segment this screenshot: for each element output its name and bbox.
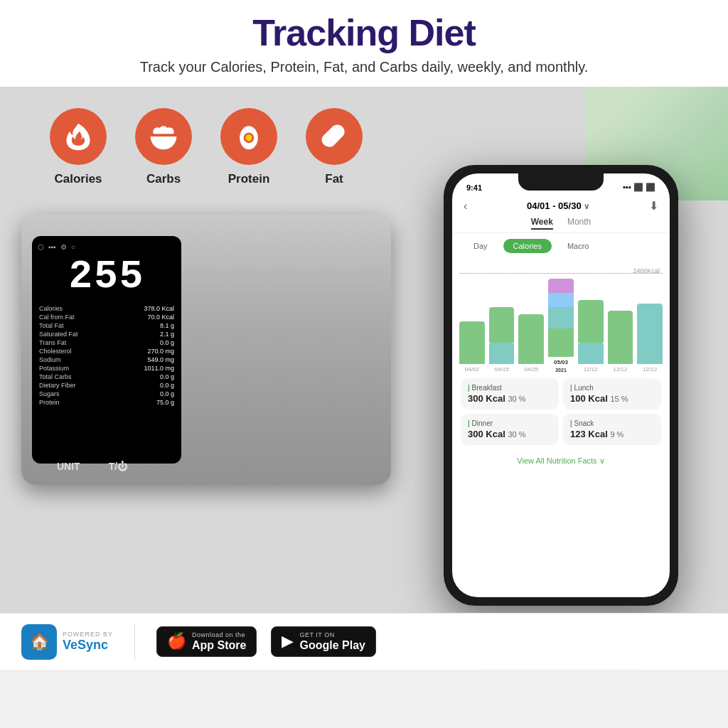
nutrition-row: Total Fat8.1 g: [39, 322, 174, 329]
nutrition-row: Sugars0.0 g: [39, 390, 174, 397]
google-play-text: GET IT ON Google Play: [299, 631, 365, 652]
nutrition-value: 549.0 mg: [118, 356, 174, 363]
nutrition-value: 270.0 mg: [118, 348, 174, 355]
vesync-badge: 🏠 POWERED BY VeSync: [21, 624, 113, 660]
nutrition-row: Calories378.0 Kcal: [39, 305, 174, 312]
vesync-brand-label: VeSync: [63, 638, 113, 653]
nutrition-name: Total Carbs: [39, 373, 117, 380]
dinner-card: Dinner 300 Kcal 30 %: [461, 414, 559, 445]
display-panel: ⬡ ▪▪▪ ⚙ ○ 255 Calories378.0 KcalCal from…: [32, 236, 181, 464]
nutrition-name: Cal from Fat: [39, 314, 117, 321]
carbs-icon-circle: [135, 108, 192, 165]
nutrition-row: Protein75.0 g: [39, 399, 174, 406]
vesync-icon: 🏠: [21, 624, 57, 660]
download-icon[interactable]: ⬇: [649, 199, 658, 213]
nutrition-row: Trans Fat0.0 g: [39, 339, 174, 346]
dropdown-arrow-icon[interactable]: ∨: [584, 202, 589, 210]
page-title: Tracking Diet: [28, 13, 700, 53]
google-play-top-label: GET IT ON: [299, 631, 365, 638]
fat-icon-circle: [306, 108, 363, 165]
tab-day[interactable]: Day: [464, 239, 498, 253]
icon-item-fat: Fat: [291, 108, 377, 186]
fire-icon: [63, 121, 94, 152]
body-section: Calories Carbs: [0, 87, 728, 670]
vertical-divider: [134, 624, 135, 660]
view-all-link[interactable]: View All Nutrition Facts ∨: [452, 451, 670, 471]
icon-item-protein: Protein: [206, 108, 291, 186]
powered-by-text: POWERED BY VeSync: [63, 631, 113, 653]
app-nav-tabs: Week Month: [452, 217, 670, 233]
nutrition-value: 0.0 g: [118, 390, 174, 397]
nutrition-value: 1011.0 mg: [118, 365, 174, 372]
nutrition-name: Dietary Fiber: [39, 382, 117, 389]
page-subtitle: Track your Calories, Protein, Fat, and C…: [28, 59, 700, 75]
bottom-bar: 🏠 POWERED BY VeSync 🍎 Download on the Ap…: [0, 613, 728, 670]
phone-wrapper: 9:41 ▪▪▪ ⬛ ⬛ ‹ 04/01 - 05/30 ∨ ⬇: [444, 165, 714, 620]
dinner-title: Dinner: [468, 419, 552, 427]
icons-row: Calories Carbs: [0, 87, 728, 193]
app-header: ‹ 04/01 - 05/30 ∨ ⬇: [452, 195, 670, 217]
tab-macro[interactable]: Macro: [557, 239, 599, 253]
scale-wrapper: ⬡ ▪▪▪ ⚙ ○ 255 Calories378.0 KcalCal from…: [21, 215, 398, 528]
nutrition-row: Cholesterol270.0 mg: [39, 348, 174, 355]
nutrition-row: Cal from Fat70.0 Kcal: [39, 314, 174, 321]
bar-chart: 2400Kcal 04/02: [452, 259, 670, 373]
bluetooth-icon: ⬡: [38, 243, 44, 251]
breakfast-card: Breakfast 300 Kcal 30 %: [461, 378, 559, 410]
page-wrapper: Tracking Diet Track your Calories, Prote…: [0, 0, 728, 728]
powered-by-label: POWERED BY: [63, 631, 113, 638]
bowl-icon: [148, 121, 179, 152]
scale-buttons: UNIT T/⏻: [57, 461, 127, 472]
chart-max-label: 2400Kcal: [633, 267, 660, 274]
lunch-kcal: 100 Kcal 15 %: [570, 393, 654, 404]
day-macro-tabs: Day Calories Macro: [452, 233, 670, 259]
app-store-badge[interactable]: 🍎 Download on the App Store: [156, 626, 257, 657]
nutrition-name: Potassium: [39, 365, 117, 372]
nutrition-name: Saturated Fat: [39, 331, 117, 338]
tab-month[interactable]: Month: [567, 217, 591, 230]
breakfast-kcal: 300 Kcal 30 %: [468, 393, 552, 404]
svg-point-2: [245, 134, 252, 141]
google-play-row: ▶ GET IT ON Google Play: [282, 631, 365, 652]
breakfast-title: Breakfast: [468, 384, 552, 392]
lunch-card: Lunch 100 Kcal 15 %: [563, 378, 661, 410]
calories-label: Calories: [54, 172, 102, 186]
snack-title: Snack: [570, 419, 654, 427]
protein-label: Protein: [228, 172, 270, 186]
carbs-label: Carbs: [146, 172, 181, 186]
nutrition-value: 0.0 g: [118, 373, 174, 380]
google-play-badge[interactable]: ▶ GET IT ON Google Play: [271, 626, 375, 657]
meal-cards: Breakfast 300 Kcal 30 % Lunch 100 Kcal 1…: [452, 373, 670, 451]
nutrition-row: Saturated Fat2.1 g: [39, 331, 174, 338]
back-arrow-icon[interactable]: ‹: [464, 200, 467, 213]
icon-item-carbs: Carbs: [121, 108, 206, 186]
tab-week[interactable]: Week: [531, 217, 553, 230]
nutrition-value: 2.1 g: [118, 331, 174, 338]
tab-calories[interactable]: Calories: [503, 239, 552, 253]
google-play-icon: ▶: [282, 632, 294, 651]
apple-icon: 🍎: [167, 632, 186, 651]
power-button[interactable]: T/⏻: [109, 461, 127, 472]
nutrition-name: Cholesterol: [39, 348, 117, 355]
nutrition-value: 8.1 g: [118, 322, 174, 329]
display-icons: ⬡ ▪▪▪ ⚙ ○: [38, 243, 176, 251]
google-play-name: Google Play: [299, 638, 365, 652]
nutrition-name: Protein: [39, 399, 117, 406]
fat-label: Fat: [325, 172, 343, 186]
nutrition-name: Total Fat: [39, 322, 117, 329]
bar-group-6: 12/12: [637, 304, 663, 373]
icon-item-calories: Calories: [36, 108, 121, 186]
nutrition-name: Trans Fat: [39, 339, 117, 346]
phone-body: 9:41 ▪▪▪ ⬛ ⬛ ‹ 04/01 - 05/30 ∨ ⬇: [444, 165, 678, 606]
meat-icon: [318, 121, 350, 152]
unit-button[interactable]: UNIT: [57, 461, 80, 472]
nutrition-value: 70.0 Kcal: [118, 314, 174, 321]
nutrition-value: 378.0 Kcal: [118, 305, 174, 312]
nutrition-value: 0.0 g: [118, 339, 174, 346]
app-store-top-label: Download on the: [192, 631, 246, 638]
bar-group-2: 04/25: [518, 314, 544, 373]
app-store-row: 🍎 Download on the App Store: [167, 631, 246, 652]
battery-icon: ▪▪▪: [48, 243, 56, 251]
bar-group-5: 12/12: [608, 311, 633, 373]
phone-screen: 9:41 ▪▪▪ ⬛ ⬛ ‹ 04/01 - 05/30 ∨ ⬇: [452, 173, 670, 597]
